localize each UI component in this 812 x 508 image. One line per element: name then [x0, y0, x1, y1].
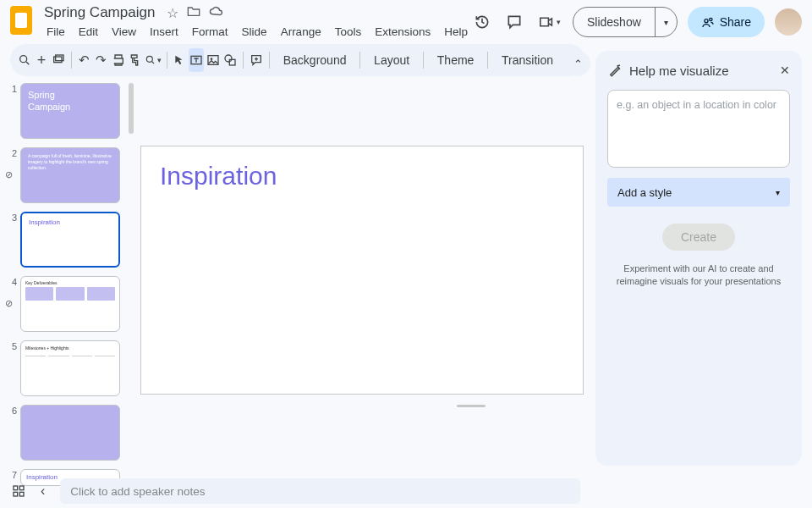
speaker-notes-input[interactable]: Click to add speaker notes	[60, 478, 580, 504]
help-me-visualize-panel: Help me visualize ✕ e.g. an object in a …	[595, 51, 802, 466]
menu-insert[interactable]: Insert	[144, 23, 184, 41]
move-icon[interactable]	[187, 5, 200, 21]
share-icon	[701, 16, 715, 28]
slide-number-5: 5	[7, 340, 20, 351]
document-title[interactable]: Spring Campaign	[41, 3, 158, 22]
slide-number-1: 1	[7, 83, 20, 94]
chevron-down-icon: ▾	[776, 188, 780, 197]
svg-rect-8	[230, 59, 236, 65]
create-button: Create	[662, 224, 735, 251]
slide-number-6: 6	[7, 405, 20, 416]
slide-canvas[interactable]: Inspiration	[140, 146, 584, 395]
slide-thumb-6[interactable]	[20, 405, 120, 461]
new-slide-icon[interactable]: +	[34, 48, 49, 72]
slideshow-main[interactable]: Slideshow	[573, 8, 655, 36]
search-icon[interactable]	[17, 48, 32, 72]
slides-logo[interactable]	[10, 6, 32, 35]
close-icon[interactable]: ✕	[780, 64, 790, 77]
menu-bar: File Edit View Insert Format Slide Arran…	[41, 23, 474, 41]
undo-icon[interactable]: ↶	[77, 48, 92, 72]
menu-arrange[interactable]: Arrange	[275, 23, 327, 41]
comments-icon[interactable]	[506, 14, 523, 30]
theme-button[interactable]: Theme	[429, 53, 483, 67]
image-tool-icon[interactable]	[206, 48, 221, 72]
meet-icon[interactable]: ▾	[538, 15, 561, 29]
explore-icon[interactable]: ‹	[41, 483, 45, 499]
select-tool-icon[interactable]	[172, 48, 187, 72]
sidepanel-title: Help me visualize	[629, 64, 773, 78]
slide-number-4: 4	[7, 276, 20, 287]
magic-wand-icon	[607, 63, 623, 78]
link-icon: ⊘	[5, 298, 13, 309]
slide-thumb-2[interactable]: A campaign full of fresh, feminine, illu…	[20, 147, 120, 203]
slideshow-button[interactable]: Slideshow ▾	[573, 7, 678, 37]
slide-thumb-3[interactable]: Inspiration	[20, 212, 120, 268]
star-icon[interactable]: ☆	[167, 5, 178, 21]
comment-tool-icon[interactable]	[249, 48, 264, 72]
transition-button[interactable]: Transition	[493, 53, 562, 67]
svg-rect-10	[19, 486, 24, 490]
menu-edit[interactable]: Edit	[73, 23, 104, 41]
collapse-toolbar-icon[interactable]: ⌃	[565, 51, 590, 76]
notes-resize-handle[interactable]	[457, 405, 486, 407]
sidepanel-footer-text: Experiment with our AI to create and rei…	[607, 262, 790, 289]
new-slide-dropdown-icon[interactable]	[51, 48, 66, 72]
slide-title-text[interactable]: Inspiration	[160, 162, 564, 190]
menu-format[interactable]: Format	[186, 23, 234, 41]
menu-extensions[interactable]: Extensions	[369, 23, 436, 41]
share-label: Share	[720, 15, 751, 29]
slide-number-2: 2	[7, 147, 20, 158]
filmstrip: 1 SpringCampaign 2 ⊘ A campaign full of …	[0, 76, 135, 508]
link-icon: ⊘	[5, 169, 13, 180]
cloud-status-icon[interactable]	[209, 5, 224, 21]
svg-rect-12	[19, 492, 24, 496]
menu-slide[interactable]: Slide	[236, 23, 273, 41]
toolbar: + ↶ ↷ ▾ Background Layout Theme Transiti…	[10, 44, 585, 76]
redo-icon[interactable]: ↷	[94, 48, 109, 72]
slideshow-dropdown[interactable]: ▾	[655, 8, 677, 36]
shape-tool-icon[interactable]	[222, 48, 238, 72]
svg-rect-9	[14, 486, 18, 490]
slide-thumb-5[interactable]: Milestones + Highlights	[20, 340, 120, 396]
svg-point-3	[146, 56, 152, 62]
background-button[interactable]: Background	[275, 53, 355, 67]
print-icon[interactable]	[111, 48, 126, 72]
account-avatar[interactable]	[775, 8, 802, 36]
svg-rect-11	[14, 492, 18, 496]
add-style-dropdown[interactable]: Add a style ▾	[607, 178, 790, 207]
zoom-icon[interactable]: ▾	[145, 48, 162, 72]
grid-view-icon[interactable]	[12, 484, 25, 498]
svg-point-0	[20, 56, 27, 63]
paint-format-icon[interactable]	[128, 48, 143, 72]
textbox-tool-icon[interactable]	[189, 48, 204, 72]
slide-number-3: 3	[7, 212, 20, 223]
menu-file[interactable]: File	[41, 23, 71, 41]
menu-tools[interactable]: Tools	[329, 23, 368, 41]
svg-point-7	[225, 55, 232, 62]
svg-point-6	[211, 58, 213, 60]
prompt-input[interactable]: e.g. an object in a location in color	[607, 90, 790, 168]
slide-thumb-1[interactable]: SpringCampaign	[20, 83, 120, 139]
history-icon[interactable]	[474, 14, 491, 30]
share-button[interactable]: Share	[688, 7, 765, 37]
layout-button[interactable]: Layout	[365, 53, 418, 67]
menu-view[interactable]: View	[106, 23, 142, 41]
slide-thumb-4[interactable]: Key Deliverables	[20, 276, 120, 332]
menu-help[interactable]: Help	[438, 23, 474, 41]
